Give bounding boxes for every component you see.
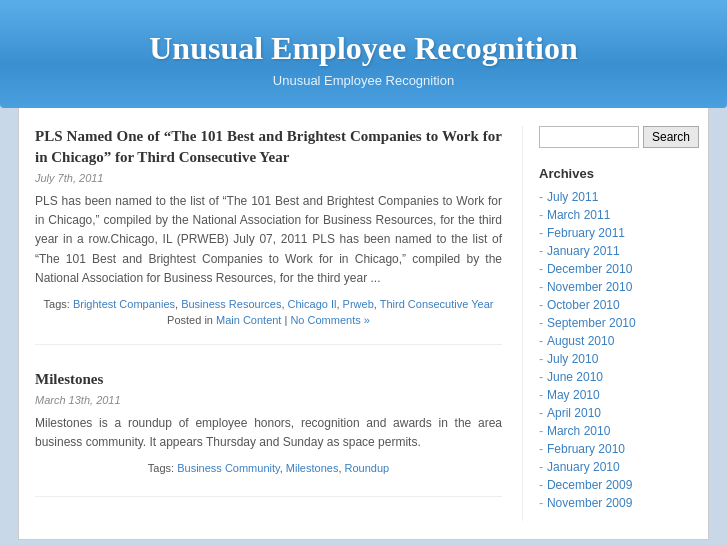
search-box: Search: [539, 126, 692, 148]
archive-november-2010[interactable]: November 2010: [547, 280, 632, 294]
tag-prweb[interactable]: Prweb: [343, 298, 374, 310]
tag-business-community[interactable]: Business Community: [177, 462, 280, 474]
tag-brightest-companies[interactable]: Brightest Companies: [73, 298, 175, 310]
search-button[interactable]: Search: [643, 126, 699, 148]
post-2-title: Milestones: [35, 369, 502, 390]
post-1-comments[interactable]: No Comments »: [290, 314, 369, 326]
archive-july-2010[interactable]: July 2010: [547, 352, 598, 366]
archive-list: July 2011 March 2011 February 2011 Janua…: [539, 189, 692, 510]
archive-april-2010[interactable]: April 2010: [547, 406, 601, 420]
post-1-meta: Posted in Main Content | No Comments »: [35, 314, 502, 326]
archive-february-2010[interactable]: February 2010: [547, 442, 625, 456]
list-item: February 2010: [539, 441, 692, 456]
tags-label-2: Tags:: [148, 462, 174, 474]
tags-label: Tags:: [44, 298, 70, 310]
search-input[interactable]: [539, 126, 639, 148]
tag-business-resources[interactable]: Business Resources: [181, 298, 281, 310]
post-1-excerpt: PLS has been named to the list of “The 1…: [35, 192, 502, 288]
list-item: October 2010: [539, 297, 692, 312]
post-1: PLS Named One of “The 101 Best and Brigh…: [35, 126, 502, 345]
list-item: January 2010: [539, 459, 692, 474]
list-item: November 2010: [539, 279, 692, 294]
post-2-date: March 13th, 2011: [35, 394, 502, 406]
archive-june-2010[interactable]: June 2010: [547, 370, 603, 384]
archive-january-2010[interactable]: January 2010: [547, 460, 620, 474]
list-item: June 2010: [539, 369, 692, 384]
main-card: PLS Named One of “The 101 Best and Brigh…: [18, 108, 709, 540]
sidebar: Search Archives July 2011 March 2011 Feb…: [522, 126, 692, 521]
post-1-tags: Tags: Brightest Companies, Business Reso…: [35, 298, 502, 310]
list-item: July 2010: [539, 351, 692, 366]
post-1-title: PLS Named One of “The 101 Best and Brigh…: [35, 126, 502, 168]
list-item: February 2011: [539, 225, 692, 240]
list-item: November 2009: [539, 495, 692, 510]
site-header: Unusual Employee Recognition Unusual Emp…: [0, 0, 727, 108]
archive-november-2009[interactable]: November 2009: [547, 496, 632, 510]
list-item: December 2010: [539, 261, 692, 276]
post-1-date: July 7th, 2011: [35, 172, 502, 184]
archive-december-2010[interactable]: December 2010: [547, 262, 632, 276]
list-item: August 2010: [539, 333, 692, 348]
list-item: May 2010: [539, 387, 692, 402]
archive-march-2011[interactable]: March 2011: [547, 208, 610, 222]
archive-march-2010[interactable]: March 2010: [547, 424, 610, 438]
content-sidebar-row: PLS Named One of “The 101 Best and Brigh…: [19, 108, 708, 539]
site-title: Unusual Employee Recognition: [20, 30, 707, 67]
list-item: April 2010: [539, 405, 692, 420]
list-item: March 2010: [539, 423, 692, 438]
tag-chicago-il[interactable]: Chicago Il: [288, 298, 337, 310]
archive-december-2009[interactable]: December 2009: [547, 478, 632, 492]
archive-july-2011[interactable]: July 2011: [547, 190, 598, 204]
tag-third-consecutive-year[interactable]: Third Consecutive Year: [380, 298, 494, 310]
post-2-excerpt: Milestones is a roundup of employee hono…: [35, 414, 502, 452]
post-2-tags: Tags: Business Community, Milestones, Ro…: [35, 462, 502, 474]
post-1-category[interactable]: Main Content: [216, 314, 281, 326]
list-item: July 2011: [539, 189, 692, 204]
page-wrapper: Unusual Employee Recognition Unusual Emp…: [0, 0, 727, 545]
content-area: PLS Named One of “The 101 Best and Brigh…: [35, 126, 522, 521]
archive-october-2010[interactable]: October 2010: [547, 298, 620, 312]
archive-may-2010[interactable]: May 2010: [547, 388, 600, 402]
archive-january-2011[interactable]: January 2011: [547, 244, 620, 258]
archive-february-2011[interactable]: February 2011: [547, 226, 625, 240]
site-subtitle: Unusual Employee Recognition: [20, 73, 707, 88]
list-item: December 2009: [539, 477, 692, 492]
tag-milestones[interactable]: Milestones: [286, 462, 339, 474]
archive-august-2010[interactable]: August 2010: [547, 334, 614, 348]
tag-roundup[interactable]: Roundup: [345, 462, 390, 474]
list-item: March 2011: [539, 207, 692, 222]
list-item: September 2010: [539, 315, 692, 330]
post-2: Milestones March 13th, 2011 Milestones i…: [35, 369, 502, 497]
list-item: January 2011: [539, 243, 692, 258]
archive-september-2010[interactable]: September 2010: [547, 316, 636, 330]
archives-title: Archives: [539, 166, 692, 181]
